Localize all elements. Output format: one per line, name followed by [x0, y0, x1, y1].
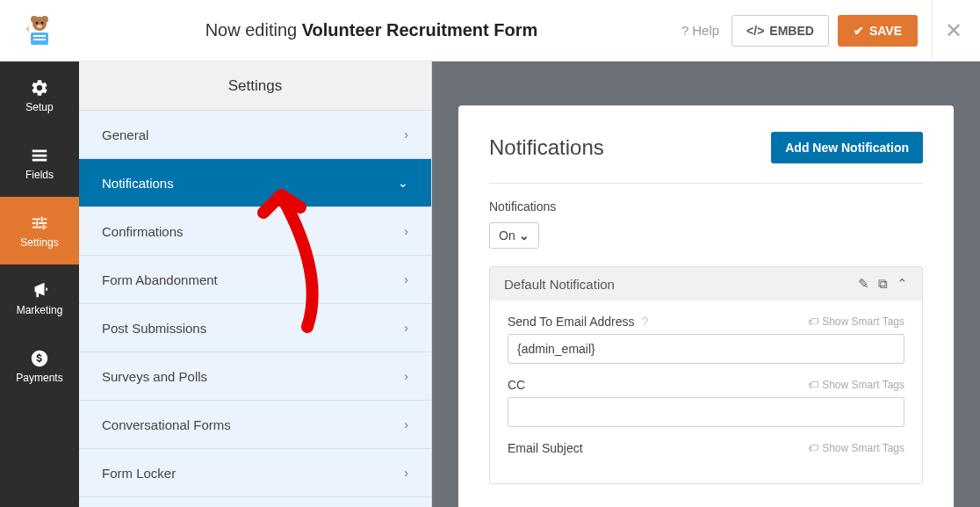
chevron-right-icon: ›: [404, 369, 408, 383]
send-to-input[interactable]: [508, 334, 904, 364]
rail-item-fields[interactable]: Fields: [0, 129, 79, 197]
editing-prefix: Now editing: [205, 20, 302, 40]
send-to-label: Send To Email Address ?: [508, 315, 648, 329]
chevron-right-icon: ›: [404, 272, 408, 286]
embed-button[interactable]: </> EMBED: [731, 15, 829, 47]
help-icon: ?: [681, 23, 688, 38]
tag-icon: 🏷: [808, 379, 818, 391]
notifications-toggle-label: Notifications: [489, 199, 923, 214]
help-link[interactable]: ? Help: [681, 23, 719, 38]
save-button[interactable]: ✔ SAVE: [838, 15, 918, 47]
default-notification-box: Default Notification ✎ ⧉ ⌃ Send To Email…: [489, 266, 923, 484]
settings-item-notifications[interactable]: Notifications ⌄: [79, 159, 431, 207]
collapse-icon[interactable]: ⌃: [897, 276, 908, 292]
settings-item-post-submissions[interactable]: Post Submissions ›: [79, 304, 431, 352]
settings-item-form-locker[interactable]: Form Locker ›: [79, 449, 431, 497]
copy-icon[interactable]: ⧉: [878, 276, 888, 292]
svg-point-7: [41, 21, 44, 24]
left-rail: Setup Fields Settings Marketing Payments: [0, 62, 79, 507]
rail-item-payments[interactable]: Payments: [0, 332, 79, 400]
notifications-toggle-select[interactable]: On: [489, 222, 539, 249]
tag-icon: 🏷: [808, 315, 818, 328]
settings-item-form-abandonment[interactable]: Form Abandonment ›: [79, 256, 431, 304]
chevron-right-icon: ›: [404, 321, 408, 335]
rail-item-marketing[interactable]: Marketing: [0, 264, 79, 332]
settings-item-surveys-polls[interactable]: Surveys and Polls ›: [79, 352, 431, 401]
notification-box-header: Default Notification ✎ ⧉ ⌃: [490, 267, 922, 301]
panel-title: Notifications: [489, 135, 604, 160]
tag-icon: 🏷: [808, 442, 818, 454]
svg-rect-1: [33, 35, 46, 37]
gear-icon: [30, 78, 49, 98]
chevron-right-icon: ›: [404, 466, 408, 480]
settings-item-confirmations[interactable]: Confirmations ›: [79, 207, 431, 256]
sliders-icon: [30, 214, 49, 233]
cc-input[interactable]: [508, 397, 904, 427]
notification-title: Default Notification: [504, 277, 615, 292]
notifications-panel: Notifications Add New Notification Notif…: [458, 105, 954, 507]
cc-label: CC: [508, 378, 525, 392]
app-logo: [18, 9, 61, 53]
settings-item-general[interactable]: General ›: [79, 111, 431, 159]
svg-point-8: [37, 25, 42, 28]
close-icon: ✕: [945, 18, 962, 42]
rail-item-setup[interactable]: Setup: [0, 62, 79, 129]
dollar-icon: [30, 349, 49, 368]
editing-title: Now editing Volunteer Recruitment Form: [61, 20, 681, 40]
chevron-right-icon: ›: [404, 417, 408, 431]
subject-label: Email Subject: [508, 441, 583, 455]
edit-icon[interactable]: ✎: [858, 276, 869, 292]
help-label: Help: [692, 23, 719, 38]
chevron-down-icon: ⌄: [398, 176, 408, 190]
show-smart-tags-link[interactable]: 🏷Show Smart Tags: [808, 442, 904, 454]
list-icon: [30, 146, 49, 165]
check-icon: ✔: [854, 24, 864, 38]
header-bar: Now editing Volunteer Recruitment Form ?…: [0, 0, 980, 62]
svg-point-6: [36, 21, 39, 24]
close-button[interactable]: ✕: [932, 0, 962, 62]
chevron-right-icon: ›: [404, 127, 408, 141]
help-icon[interactable]: ?: [641, 315, 648, 329]
code-icon: </>: [746, 24, 764, 38]
show-smart-tags-link[interactable]: 🏷Show Smart Tags: [808, 315, 904, 328]
settings-header: Settings: [79, 62, 431, 111]
add-new-notification-button[interactable]: Add New Notification: [771, 132, 923, 163]
settings-item-conversational-forms[interactable]: Conversational Forms ›: [79, 401, 431, 449]
chevron-right-icon: ›: [404, 224, 408, 238]
settings-sidebar: Settings General › Notifications ⌄ Confi…: [79, 62, 432, 507]
rail-item-settings[interactable]: Settings: [0, 197, 79, 264]
bullhorn-icon: [30, 281, 49, 301]
form-name: Volunteer Recruitment Form: [302, 20, 538, 40]
svg-rect-2: [33, 39, 46, 40]
main-content: Notifications Add New Notification Notif…: [432, 62, 980, 507]
show-smart-tags-link[interactable]: 🏷Show Smart Tags: [808, 379, 904, 391]
